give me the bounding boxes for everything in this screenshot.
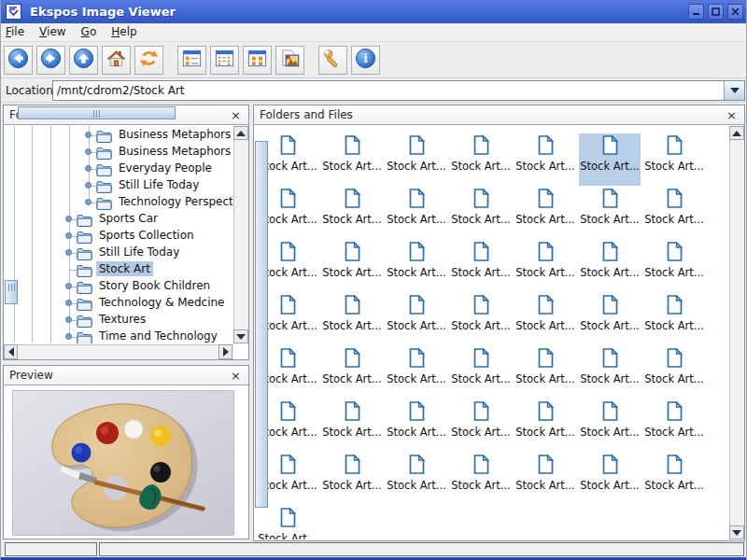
tree-expand-handle[interactable] (85, 182, 92, 189)
file-item[interactable]: Stock Art... (579, 187, 641, 239)
list-view-button[interactable] (177, 46, 206, 75)
tree-item[interactable]: Technology Perspectiv (116, 194, 233, 209)
tree-scroll-up-button[interactable] (233, 126, 248, 140)
file-item[interactable]: Stock Art... (643, 399, 705, 452)
tree-vscroll-thumb[interactable] (5, 280, 18, 304)
close-icon[interactable]: × (229, 370, 243, 382)
file-item[interactable]: Stock Art... (514, 399, 576, 452)
file-item[interactable]: Stock Art... (386, 187, 447, 239)
tree-expand-handle[interactable] (85, 199, 92, 205)
close-icon[interactable] (727, 4, 743, 20)
file-item[interactable]: Stock Art... (579, 453, 641, 505)
file-item[interactable]: Stock Art... (514, 293, 576, 345)
up-button[interactable] (69, 46, 98, 75)
file-item[interactable]: Stock Art... (386, 133, 447, 186)
tree-expand-handle[interactable] (65, 300, 72, 306)
tree-item[interactable]: Business Metaphors ar (116, 127, 233, 142)
file-item[interactable]: Stock Art... (450, 187, 512, 239)
forward-button[interactable] (36, 46, 65, 75)
menu-item-help[interactable]: Help (104, 23, 144, 41)
files-vscroll-thumb[interactable] (255, 141, 268, 508)
tree-expand-handle[interactable] (65, 249, 72, 256)
details-view-button[interactable] (210, 46, 239, 75)
file-item[interactable]: Stock Art... (321, 399, 383, 452)
tree-expand-handle[interactable] (85, 148, 92, 155)
file-item[interactable]: Stock Art... (514, 453, 576, 505)
location-combobox[interactable] (52, 80, 745, 101)
file-item[interactable]: Stock Art... (643, 453, 705, 505)
file-item[interactable]: Stock Art... (579, 293, 641, 345)
file-item[interactable]: Stock Art... (321, 187, 383, 239)
menu-item-view[interactable]: View (32, 23, 73, 41)
close-icon[interactable]: × (229, 109, 243, 121)
file-item[interactable]: Stock Art... (643, 293, 705, 345)
tree-scroll-right-button[interactable] (218, 344, 233, 359)
preferences-button[interactable] (318, 46, 347, 75)
file-item[interactable]: Stock Art... (514, 133, 576, 186)
tree-item[interactable]: Time and Technology (96, 329, 220, 343)
file-item[interactable]: Stock Art... (450, 293, 512, 345)
tree-expand-handle[interactable] (65, 232, 72, 239)
maximize-icon[interactable] (708, 4, 724, 20)
file-item[interactable]: Stock Art... (321, 240, 383, 292)
file-item[interactable]: Stock Art... (450, 453, 512, 505)
file-item[interactable]: Stock Art... (386, 346, 447, 399)
tree-item[interactable]: Stock Art (96, 261, 153, 276)
menu-item-file[interactable]: File (1, 23, 32, 41)
icons-view-button[interactable] (243, 46, 272, 75)
menu-item-go[interactable]: Go (74, 23, 105, 41)
tree-item[interactable]: Technology & Medcine (96, 295, 227, 310)
file-item[interactable]: Stock Art... (450, 240, 512, 292)
home-button[interactable] (102, 46, 131, 75)
file-item[interactable]: Stock Art... (257, 506, 318, 539)
file-item[interactable]: Stock Art... (321, 133, 383, 186)
file-item[interactable]: Stock Art... (321, 293, 383, 345)
tree-item[interactable]: Business Metaphors ar (116, 144, 233, 159)
file-item[interactable]: Stock Art... (514, 346, 576, 399)
file-item[interactable]: Stock Art... (643, 346, 705, 399)
file-item[interactable]: Stock Art... (386, 399, 447, 452)
tree-item[interactable]: Still Life Today (96, 245, 182, 259)
tree-expand-handle[interactable] (65, 216, 72, 222)
refresh-button[interactable] (134, 46, 163, 75)
tree-item[interactable]: Still Life Today (116, 177, 202, 192)
file-item[interactable]: Stock Art... (643, 240, 705, 292)
tree-scroll-left-button[interactable] (4, 344, 18, 359)
tree-scroll-down-button[interactable] (233, 329, 248, 343)
file-item[interactable]: Stock Art... (386, 453, 447, 505)
file-item[interactable]: Stock Art... (450, 346, 512, 399)
file-item[interactable]: Stock Art... (514, 187, 576, 239)
file-item[interactable]: Stock Art... (579, 133, 641, 186)
file-item[interactable]: Stock Art... (579, 399, 641, 452)
tree-item[interactable]: Textures (96, 312, 148, 327)
file-item[interactable]: Stock Art... (579, 346, 641, 399)
tree-expand-handle[interactable] (65, 283, 72, 289)
file-item[interactable]: Stock Art... (386, 293, 447, 345)
file-item[interactable]: Stock Art... (514, 240, 576, 292)
files-scroll-down-button[interactable] (729, 525, 744, 539)
close-icon[interactable]: × (725, 109, 739, 121)
files-scroll-up-button[interactable] (729, 126, 744, 140)
tree-item[interactable]: Everyday People (116, 161, 215, 175)
thumbnails-view-button[interactable] (275, 46, 304, 75)
file-item[interactable]: Stock Art... (643, 133, 705, 186)
tree-item[interactable]: Story Book Children (96, 278, 213, 293)
tree-item[interactable]: Sports Collection (96, 228, 197, 243)
folder-tree[interactable]: Business Metaphors ar Business Metaphors… (5, 126, 233, 343)
file-item[interactable]: Stock Art... (386, 240, 447, 292)
tree-expand-handle[interactable] (85, 165, 92, 172)
file-item[interactable]: Stock Art... (643, 187, 705, 239)
files-vscrollbar[interactable] (729, 126, 744, 539)
tree-item[interactable]: Sports Car (96, 211, 161, 226)
file-item[interactable]: Stock Art... (321, 453, 383, 505)
tree-expand-handle[interactable] (65, 333, 72, 340)
tree-hscrollbar[interactable] (4, 344, 233, 359)
file-item[interactable]: Stock Art... (450, 399, 512, 452)
tree-hscroll-thumb[interactable] (18, 106, 176, 119)
file-item[interactable]: Stock Art... (579, 240, 641, 292)
file-item[interactable]: Stock Art... (321, 346, 383, 399)
location-input[interactable] (53, 81, 724, 100)
tree-expand-handle[interactable] (85, 132, 92, 138)
minimize-icon[interactable] (688, 4, 704, 20)
tree-vscrollbar[interactable] (233, 126, 248, 343)
